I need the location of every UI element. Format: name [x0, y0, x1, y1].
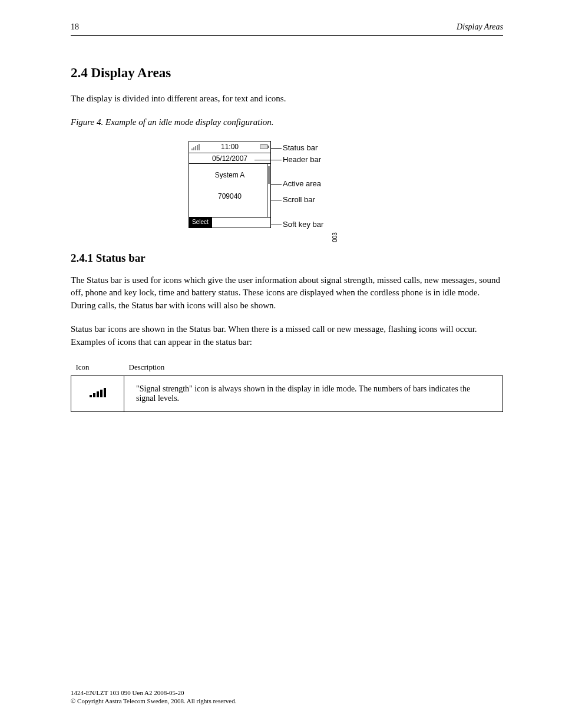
callout-active: Active area [283, 179, 321, 188]
system-name: System A [189, 164, 270, 179]
footer-docid: 1424-EN/LZT 103 090 Uen A2 2008-05-20 [71, 689, 503, 696]
softkey-select: Select [189, 218, 212, 228]
signal-strength-icon [90, 388, 106, 397]
table-row: "Signal strength" icon is always shown i… [71, 376, 503, 412]
callout-status: Status bar [283, 143, 318, 152]
desc-cell: "Signal strength" icon is always shown i… [124, 376, 503, 412]
footer-copyright: © Copyright Aastra Telecom Sweden, 2008.… [71, 697, 503, 704]
callout-softkey: Soft key bar [283, 220, 323, 229]
status-time: 11:00 [221, 143, 239, 151]
device-id: 709040 [189, 179, 270, 200]
intro-paragraph: The display is divided into different ar… [71, 93, 503, 106]
figure-sidenum: 003 [332, 232, 338, 242]
subsection-heading: 2.4.1 Status bar [71, 252, 503, 265]
icon-cell [71, 376, 124, 412]
softkey-bar: Select [189, 217, 270, 228]
header-bar-row: 05/12/2007 [189, 153, 270, 164]
callout-scroll: Scroll bar [283, 195, 315, 204]
figure-caption: Figure 4. Example of an idle mode displa… [71, 116, 503, 129]
battery-icon [260, 144, 268, 149]
col-icon: Icon [71, 359, 124, 376]
section-heading: 2.4 Display Areas [71, 65, 503, 81]
status-bar-row: 11:00 [189, 141, 270, 153]
icon-table: Icon Description "Signal strength" icon … [71, 359, 503, 412]
page-number: 18 [71, 22, 79, 32]
status-paragraph-2: Status bar icons are shown in the Status… [71, 323, 503, 349]
status-paragraph-1: The Status bar is used for icons which g… [71, 274, 503, 312]
callout-header: Header bar [283, 155, 321, 164]
page-footer: 1424-EN/LZT 103 090 Uen A2 2008-05-20 © … [71, 689, 503, 704]
signal-icon [191, 144, 200, 150]
col-desc: Description [124, 359, 503, 376]
figure-4: 11:00 05/12/2007 System A 709040 Select … [189, 141, 424, 228]
scrollbar [267, 164, 270, 217]
device-screen: 11:00 05/12/2007 System A 709040 Select [189, 141, 271, 228]
active-area: System A 709040 [189, 164, 270, 217]
running-title: Display Areas [457, 22, 503, 32]
